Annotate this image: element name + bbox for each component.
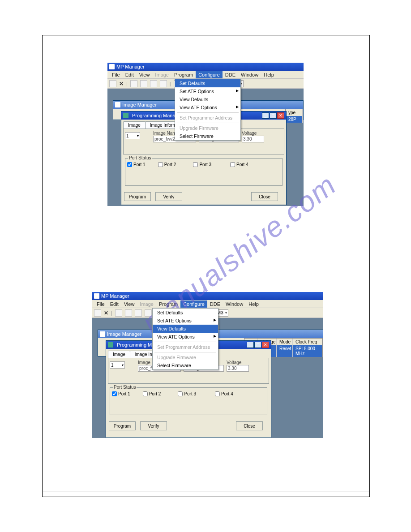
tb-new-icon[interactable] <box>109 80 116 87</box>
close-button[interactable]: ✕ <box>277 112 284 119</box>
menu-separator <box>177 112 239 113</box>
image-index-select[interactable]: 1 <box>125 132 140 139</box>
port2-checkbox[interactable] <box>143 391 148 396</box>
tb-copy-icon[interactable] <box>125 309 132 317</box>
val-voltage: 3.30 <box>242 136 264 142</box>
mi-view-defaults[interactable]: View Defaults <box>175 95 240 103</box>
mi-set-ate[interactable]: Set ATE Options▶ <box>153 317 218 325</box>
program-button[interactable]: Program <box>124 192 151 201</box>
verify-button[interactable]: Verify <box>140 421 167 430</box>
submenu-arrow-icon: ▶ <box>236 89 239 93</box>
image-index-select[interactable]: 1 <box>110 361 125 369</box>
menu-view[interactable]: View <box>121 301 137 307</box>
port4-checkbox[interactable] <box>215 391 220 396</box>
window-controls: _ □ ✕ <box>262 112 284 119</box>
maximize-button[interactable]: □ <box>254 342 261 348</box>
screenshot-1: MP Manager File Edit View Image Program … <box>107 63 304 206</box>
col-mode: Mode <box>277 339 293 345</box>
page-separator <box>43 492 369 493</box>
app-title: MP Manager <box>101 293 129 299</box>
screenshot-2: MP Manager File Edit View Image Program … <box>92 292 323 438</box>
port1-label: Port 1 <box>133 162 146 167</box>
hdr-voltage: Voltage <box>242 131 264 136</box>
mi-view-ate[interactable]: View ATE Options▶ <box>175 103 240 112</box>
port-status-label: Port Status <box>128 155 152 160</box>
menu-image[interactable]: Image <box>137 301 156 307</box>
configure-dropdown[interactable]: Set Defaults Set ATE Options▶ View Defau… <box>152 308 218 370</box>
configure-dropdown[interactable]: Set Defaults Set ATE Options▶ View Defau… <box>175 79 241 141</box>
maximize-button[interactable]: □ <box>270 112 277 119</box>
menu-image[interactable]: Image <box>152 72 171 77</box>
mi-view-ate[interactable]: View ATE Options▶ <box>153 333 218 341</box>
tb-cut-icon[interactable] <box>115 309 122 317</box>
mi-select-fw[interactable]: Select Firmware <box>175 132 240 140</box>
tb-paste-icon[interactable] <box>150 80 157 87</box>
menu-help[interactable]: Help <box>261 72 277 77</box>
mi-set-defaults[interactable]: Set Defaults <box>175 79 240 87</box>
mi-upgrade-fw: Upgrade Firmware <box>153 353 218 361</box>
port1-checkbox[interactable] <box>112 391 117 396</box>
menu-file[interactable]: File <box>94 301 107 307</box>
tb-new-icon[interactable] <box>94 309 101 317</box>
menu-file[interactable]: File <box>109 72 123 77</box>
menu-separator <box>154 342 216 342</box>
app-icon <box>94 293 99 299</box>
menu-bar[interactable]: File Edit View Image Program Configure D… <box>107 71 304 79</box>
tb-divider2: | <box>170 81 171 86</box>
program-button[interactable]: Program <box>109 421 136 430</box>
port3-checkbox[interactable] <box>178 391 183 396</box>
menu-configure[interactable]: Configure <box>180 300 207 308</box>
menu-dde[interactable]: DDE <box>207 301 223 307</box>
menu-window[interactable]: Window <box>238 72 261 77</box>
mi-set-defaults[interactable]: Set Defaults <box>153 309 218 317</box>
close-button[interactable]: ✕ <box>262 342 269 348</box>
close-dialog-button[interactable]: Close <box>251 192 278 201</box>
app-titlebar: MP Manager <box>107 63 304 71</box>
port-status-label: Port Status <box>113 385 137 390</box>
menu-edit[interactable]: Edit <box>123 72 137 77</box>
port4-checkbox[interactable] <box>230 162 235 167</box>
tb-paste-icon[interactable] <box>135 309 142 317</box>
submenu-arrow-icon: ▶ <box>214 334 216 338</box>
tab-image[interactable]: Image <box>108 351 130 358</box>
tb-close-icon[interactable]: ✕ <box>104 310 108 316</box>
tb-divider: | <box>111 310 112 316</box>
col-type: ype <box>286 109 303 116</box>
tb-copy-icon[interactable] <box>140 80 147 87</box>
mi-view-defaults[interactable]: View Defaults <box>153 325 218 333</box>
menu-edit[interactable]: Edit <box>107 301 121 307</box>
mi-select-fw[interactable]: Select Firmware <box>153 361 218 369</box>
val-voltage: 3.30 <box>227 365 249 372</box>
mi-set-prog-addr: Set Programmer Address <box>175 114 240 122</box>
tb-stop-icon[interactable] <box>160 80 167 87</box>
tab-image[interactable]: Image <box>123 121 146 129</box>
menu-program[interactable]: Program <box>171 72 196 77</box>
menu-help[interactable]: Help <box>246 301 261 307</box>
progmgr-icon <box>123 113 128 118</box>
menu-view[interactable]: View <box>137 72 153 77</box>
port1-checkbox[interactable] <box>127 162 132 167</box>
port-status-group: Port Status Port 1 Port 2 Port 3 Port 4 <box>125 158 283 186</box>
verify-button[interactable]: Verify <box>155 192 182 201</box>
tb-cut-icon[interactable] <box>130 80 137 87</box>
menu-window[interactable]: Window <box>223 301 246 307</box>
col-clock: Clock Freq <box>293 339 322 345</box>
tb-stop-icon[interactable] <box>145 309 152 317</box>
port3-checkbox[interactable] <box>193 162 198 167</box>
doc-icon <box>115 102 120 107</box>
row-type: 28P <box>286 116 303 123</box>
menu-bar[interactable]: File Edit View Image Program Configure D… <box>92 300 323 308</box>
minimize-button[interactable]: _ <box>247 342 254 348</box>
menu-dde[interactable]: DDE <box>223 72 238 77</box>
port2-checkbox[interactable] <box>158 162 163 167</box>
mi-set-ate[interactable]: Set ATE Options▶ <box>175 87 240 95</box>
button-row: Program Verify Close <box>121 189 286 204</box>
close-dialog-button[interactable]: Close <box>236 421 263 430</box>
app-title: MP Manager <box>116 64 145 69</box>
menu-configure[interactable]: Configure <box>196 71 223 78</box>
tb-close-icon[interactable]: ✕ <box>119 81 124 87</box>
image-manager-title: Image Manager <box>122 102 157 107</box>
menu-program[interactable]: Program <box>156 301 180 307</box>
minimize-button[interactable]: _ <box>262 112 269 119</box>
row-clock: SPI 8.000 MHz <box>293 345 322 357</box>
